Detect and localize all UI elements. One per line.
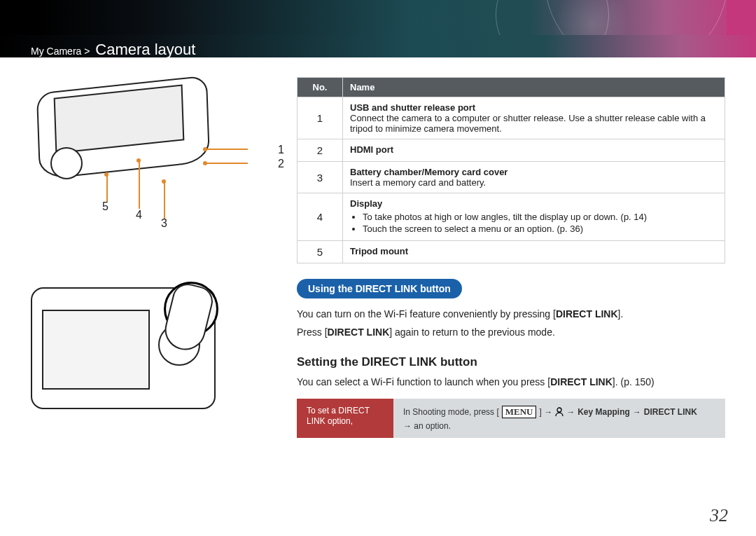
table-row: 5 Tripod mount xyxy=(298,241,725,263)
camera-back-diagram xyxy=(31,287,269,409)
part-cell: Battery chamber/Memory card cover Insert… xyxy=(343,162,725,193)
callout-number: 3 xyxy=(161,217,167,230)
part-name: HDMI port xyxy=(350,144,393,155)
instruction-steps: In Shooting mode, press [ MENU ] → → Key… xyxy=(393,399,725,438)
table-header-name: Name xyxy=(343,78,725,97)
using-text-line2: Press [DIRECT LINK] again to return to t… xyxy=(297,325,725,339)
direct-link-label: DIRECT LINK xyxy=(644,407,697,417)
text-column: No. Name 1 USB and shutter release port … xyxy=(297,77,725,515)
part-cell: Tripod mount xyxy=(343,241,725,263)
user-settings-icon xyxy=(555,407,564,419)
svg-point-0 xyxy=(557,408,561,412)
table-row: 3 Battery chamber/Memory card cover Inse… xyxy=(298,162,725,193)
header-banner xyxy=(0,0,756,35)
setting-heading: Setting the DIRECT LINK button xyxy=(297,355,725,369)
menu-button-icon: MENU xyxy=(502,406,537,418)
section-pill-using-direct-link: Using the DIRECT LINK button xyxy=(297,279,462,298)
part-cell: Display To take photos at high or low an… xyxy=(343,193,725,241)
breadcrumb-parent: My Camera xyxy=(31,46,81,57)
part-description: Insert a memory card and battery. xyxy=(350,177,486,188)
callout-number: 5 xyxy=(102,200,108,213)
section-color-tab xyxy=(727,0,756,35)
part-cell: USB and shutter release port Connect the… xyxy=(343,97,725,139)
key-mapping-label: Key Mapping xyxy=(578,407,630,417)
camera-bottom-diagram: 1 2 3 4 5 xyxy=(31,77,269,231)
part-number: 3 xyxy=(298,162,343,193)
breadcrumb-separator: > xyxy=(84,46,90,57)
part-number: 2 xyxy=(298,139,343,162)
part-bullet: Touch the screen to select a menu or an … xyxy=(363,224,718,234)
decorative-swirl xyxy=(553,0,630,35)
part-cell: HDMI port xyxy=(343,139,725,162)
page-title: Camera layout xyxy=(95,41,195,58)
callout-number: 2 xyxy=(278,158,284,170)
callout-number: 4 xyxy=(136,209,142,221)
callout-number: 1 xyxy=(278,144,284,156)
part-number: 5 xyxy=(298,241,343,263)
page-content: 1 2 3 4 5 No. Name xyxy=(31,77,725,515)
table-row: 1 USB and shutter release port Connect t… xyxy=(298,97,725,139)
part-name: USB and shutter release port xyxy=(350,102,475,113)
table-row: 4 Display To take photos at high or low … xyxy=(298,193,725,241)
part-name: Tripod mount xyxy=(350,246,408,256)
diagram-column: 1 2 3 4 5 xyxy=(31,77,269,515)
part-bullet: To take photos at high or low angles, ti… xyxy=(363,212,718,222)
setting-text: You can select a Wi-Fi function to launc… xyxy=(297,375,725,389)
table-row: 2 HDMI port xyxy=(298,139,725,162)
table-header-no: No. xyxy=(298,78,343,97)
instruction-bar: To set a DIRECT LINK option, In Shooting… xyxy=(297,399,725,438)
using-text-line1: You can turn on the Wi-Fi feature conven… xyxy=(297,307,725,321)
page-number: 32 xyxy=(710,505,728,526)
part-number: 1 xyxy=(298,97,343,139)
camera-bottom-illustration xyxy=(31,77,213,196)
breadcrumb: My Camera > Camera layout xyxy=(31,41,195,59)
part-name: Display xyxy=(350,198,382,209)
instruction-label: To set a DIRECT LINK option, xyxy=(297,399,393,438)
camera-back-illustration xyxy=(31,287,216,409)
part-bullet-list: To take photos at high or low angles, ti… xyxy=(350,212,718,234)
part-description: Connect the camera to a computer or shut… xyxy=(350,113,706,134)
part-number: 4 xyxy=(298,193,343,241)
part-name: Battery chamber/Memory card cover xyxy=(350,167,507,177)
parts-table: No. Name 1 USB and shutter release port … xyxy=(297,77,725,263)
